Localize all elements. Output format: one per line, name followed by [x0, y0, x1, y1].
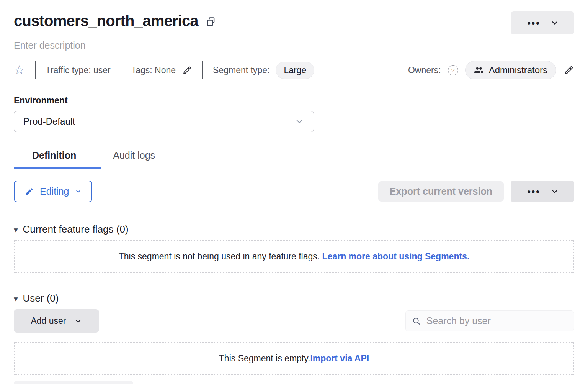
add-user-label: Add user — [31, 316, 66, 326]
page-header: customers_north_america ••• — [14, 10, 574, 34]
editing-mode-button[interactable]: Editing — [14, 181, 92, 202]
people-icon — [474, 65, 484, 75]
meta-left: ☆ Traffic type: user Tags: None Segment … — [14, 61, 314, 79]
tabs: Definition Audit logs — [0, 147, 588, 169]
environment-label: Environment — [14, 95, 574, 106]
segment-type-item: Segment type: Large — [213, 62, 314, 79]
collapse-triangle-icon: ▾ — [14, 295, 18, 303]
chevron-down-icon — [550, 19, 559, 27]
clipped-bottom-element — [14, 381, 133, 384]
title-wrap: customers_north_america — [14, 10, 217, 31]
owners-label: Owners: — [408, 65, 441, 75]
collapse-triangle-icon: ▾ — [14, 226, 18, 234]
ellipsis-icon: ••• — [526, 18, 540, 28]
tab-definition[interactable]: Definition — [14, 147, 95, 169]
copy-icon[interactable] — [205, 16, 217, 28]
chevron-down-icon — [74, 317, 82, 325]
search-by-user-input[interactable] — [426, 315, 568, 327]
description-placeholder[interactable]: Enter description — [14, 40, 86, 51]
user-controls-row: Add user — [14, 309, 574, 333]
pencil-icon — [24, 187, 34, 196]
segment-type-label: Segment type: — [213, 65, 270, 75]
tags-label: Tags: None — [131, 65, 176, 75]
export-current-version-button[interactable]: Export current version — [378, 181, 504, 202]
feature-flags-empty-text: This segment is not being used in any fe… — [119, 251, 320, 262]
toolbar-right: Export current version ••• — [378, 181, 574, 202]
definition-toolbar: Editing Export current version ••• — [14, 181, 574, 202]
import-via-api-link[interactable]: Import via API — [310, 353, 369, 364]
chevron-down-icon — [294, 117, 304, 126]
search-icon — [412, 316, 421, 326]
editing-label: Editing — [40, 186, 69, 197]
environment-selected-value: Prod-Default — [23, 116, 75, 127]
user-empty-text: This Segment is empty. — [219, 353, 310, 364]
owners-value: Administrators — [489, 65, 547, 75]
divider — [121, 61, 121, 79]
toolbar-more-actions-button[interactable]: ••• — [511, 181, 574, 202]
user-search-box — [405, 310, 574, 331]
user-section-title: User (0) — [23, 292, 59, 304]
user-empty-state: This Segment is empty. Import via API — [14, 342, 574, 375]
feature-flags-section-header[interactable]: ▾ Current feature flags (0) — [14, 223, 129, 235]
ellipsis-icon: ••• — [526, 187, 540, 196]
tab-audit-logs[interactable]: Audit logs — [95, 147, 173, 169]
divider — [35, 61, 36, 79]
traffic-type-label: Traffic type: user — [46, 65, 111, 75]
tabs-bar: Definition Audit logs — [0, 147, 588, 169]
page-title: customers_north_america — [14, 10, 198, 31]
feature-flags-section-title: Current feature flags (0) — [23, 223, 129, 235]
chevron-down-icon — [550, 187, 559, 196]
meta-row: ☆ Traffic type: user Tags: None Segment … — [14, 61, 574, 79]
divider — [14, 213, 574, 213]
tags-item: Tags: None — [131, 65, 192, 75]
environment-select[interactable]: Prod-Default — [14, 111, 314, 132]
owners-area: Owners: ? Administrators — [408, 61, 574, 79]
learn-more-segments-link[interactable]: Learn more about using Segments. — [322, 251, 470, 262]
add-user-button[interactable]: Add user — [14, 309, 99, 333]
segment-detail-page: customers_north_america ••• Enter descri… — [0, 0, 588, 384]
divider — [14, 284, 574, 284]
owners-chip[interactable]: Administrators — [465, 61, 556, 79]
active-tab-underline — [14, 167, 101, 169]
header-more-actions-button[interactable]: ••• — [511, 11, 574, 34]
favorite-star-icon[interactable]: ☆ — [14, 64, 25, 76]
user-section-header[interactable]: ▾ User (0) — [14, 292, 59, 304]
chevron-down-icon — [75, 188, 82, 195]
segment-type-badge: Large — [276, 62, 314, 79]
feature-flags-empty-state: This segment is not being used in any fe… — [14, 240, 574, 273]
owners-help-icon[interactable]: ? — [448, 65, 458, 75]
edit-tags-pencil-icon[interactable] — [182, 65, 192, 75]
divider — [202, 61, 203, 79]
edit-owners-pencil-icon[interactable] — [563, 65, 574, 76]
